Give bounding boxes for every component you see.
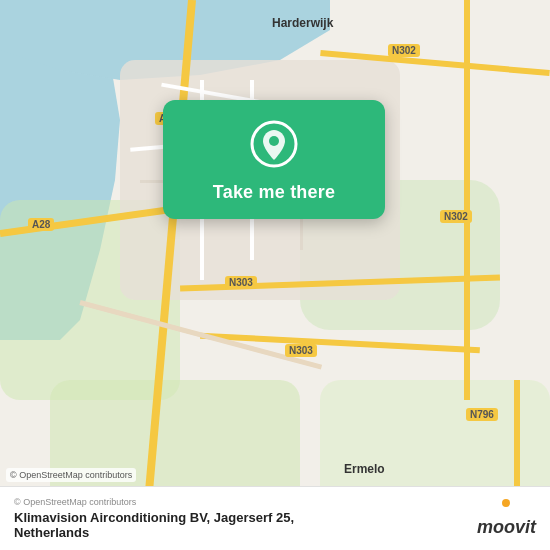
road-label-n796: N796 — [466, 408, 498, 421]
road-n302-right — [464, 0, 470, 400]
map-container: A28 A28 A28 N302 N302 N303 N303 N796 Har… — [0, 0, 550, 550]
road-label-n303-2: N303 — [285, 344, 317, 357]
road-label-a28-left: A28 — [28, 218, 54, 231]
moovit-dot — [502, 499, 510, 507]
bottom-left-info: © OpenStreetMap contributors Klimavision… — [14, 497, 294, 540]
bottom-bar: © OpenStreetMap contributors Klimavision… — [0, 486, 550, 550]
city-label-ermelo: Ermelo — [344, 462, 385, 476]
take-me-there-label: Take me there — [213, 182, 335, 203]
city-label-harderwijk: Harderwijk — [272, 16, 333, 30]
road-label-n302-top: N302 — [388, 44, 420, 57]
osm-attribution-map: © OpenStreetMap contributors — [6, 468, 136, 482]
address-line1: Klimavision Airconditioning BV, Jagerser… — [14, 510, 294, 525]
moovit-logo: moovit — [477, 499, 536, 538]
location-pin-icon — [250, 120, 298, 168]
osm-attribution: © OpenStreetMap contributors — [14, 497, 294, 507]
road-label-n303-1: N303 — [225, 276, 257, 289]
take-me-there-button[interactable]: Take me there — [163, 100, 385, 219]
moovit-wordmark: moovit — [477, 517, 536, 538]
address-line2: Netherlands — [14, 525, 294, 540]
svg-point-1 — [269, 136, 279, 146]
road-label-n302-right: N302 — [440, 210, 472, 223]
